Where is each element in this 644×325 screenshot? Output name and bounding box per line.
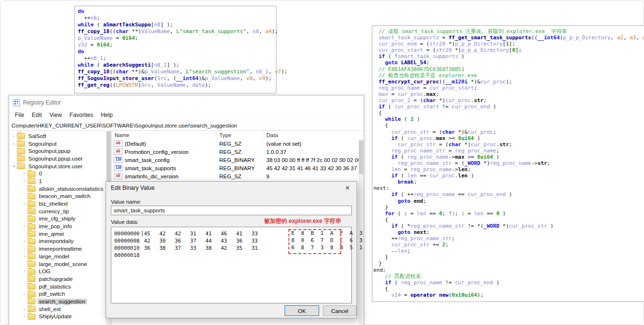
tree-item-pdf_switch[interactable]: ›pdf_switch [9, 290, 111, 298]
tree-item-large_model_scene[interactable]: large_model_scene [9, 260, 111, 268]
tree-item-currency_tip[interactable]: currency_tip [9, 208, 111, 215]
chevron-right-icon[interactable]: › [22, 307, 27, 312]
tree-item-ShiplyUpdate[interactable]: ›ShiplyUpdate [9, 313, 111, 321]
value-name-text: smart_task_supports [125, 165, 176, 171]
ok-button[interactable]: OK [285, 305, 319, 316]
code-line: end: [379, 267, 644, 273]
value-name-text: smart_task_config [125, 157, 169, 163]
hex-byte[interactable]: 31 [251, 245, 267, 251]
hex-byte[interactable]: 37 [190, 238, 205, 244]
chevron-right-icon[interactable]: › [11, 134, 16, 139]
values-scrollbar-thumb[interactable] [359, 140, 363, 174]
chevron-right-icon[interactable]: › [22, 239, 27, 244]
chevron-right-icon[interactable]: › [11, 141, 16, 146]
chevron-right-icon[interactable]: › [22, 254, 27, 259]
cancel-button[interactable]: Cancel [323, 305, 357, 316]
hex-byte[interactable]: 42 [144, 238, 159, 244]
value-row-Promotion_config_version[interactable]: abPromotion_config_versionREG_SZ1.0.0.37 [112, 148, 364, 156]
value-row-smart_task_config[interactable]: 110smart_task_configREG_BINARY38 03 00 0… [112, 156, 364, 164]
hex-byte[interactable]: 38 [159, 245, 175, 251]
column-header-type[interactable]: Type [216, 130, 263, 139]
hex-byte[interactable]: 42 [159, 231, 175, 237]
tree-item-label: ime_qimei [37, 231, 65, 237]
menu-item-help[interactable]: Help [97, 111, 117, 119]
tree-item-beacon_main_switch[interactable]: beacon_main_switch [9, 193, 111, 200]
folder-icon [17, 163, 25, 169]
hex-byte[interactable]: 43 [221, 238, 236, 244]
hex-byte[interactable]: 33 [251, 231, 267, 237]
tree-item-large_model[interactable]: ›large_model [9, 253, 111, 260]
tree-item-pdf_statistics[interactable]: pdf_statistics [9, 283, 111, 290]
tree-item-LOG[interactable]: ›LOG [9, 267, 111, 275]
chevron-right-icon[interactable]: › [22, 171, 27, 176]
tree-item-patchupgrade[interactable]: patchupgrade [9, 275, 111, 283]
chevron-right-icon[interactable]: › [22, 201, 27, 206]
value-name-cell: 110smart_task_config [112, 157, 216, 163]
code-line: if ( reg_proc_name->max >= 8ui64 ) [379, 154, 644, 160]
column-header-data[interactable]: Data [263, 130, 364, 139]
folder-icon [28, 239, 36, 244]
tree-item-0[interactable]: ›0 [9, 170, 111, 177]
hex-editor[interactable]: 000000004542423141464133E 8 B 1 A F A 30… [111, 227, 352, 303]
value-row-smartinfo_dic_version[interactable]: absmartinfo_dic_versionREG_SZ9 [112, 172, 364, 180]
tree-item-SogouInput[interactable]: ›SogouInput [9, 140, 111, 148]
tree-item-ime_cfg_shiply[interactable]: ime_cfg_shiply [9, 215, 111, 223]
folder-icon [28, 261, 36, 267]
code-line: v32 = 0i64; [78, 42, 276, 48]
hex-byte[interactable]: 42 [221, 245, 236, 251]
menu-item-view[interactable]: View [46, 111, 66, 119]
hex-byte[interactable]: 38 [205, 245, 221, 251]
menu-item-file[interactable]: File [11, 111, 28, 119]
hex-byte[interactable]: 41 [205, 231, 221, 237]
hex-byte[interactable]: 36 [144, 245, 159, 251]
chevron-right-icon[interactable]: › [22, 224, 27, 229]
value-row-smart_task_supports[interactable]: 110smart_task_supportsREG_BINARY45 42 42… [112, 164, 364, 172]
hex-byte[interactable]: 45 [144, 231, 159, 237]
tree-item-SogouInput.ppup[interactable]: SogouInput.ppup [9, 147, 111, 155]
tree-item-SogouInput.ppup.user[interactable]: SogouInput.ppup.user [9, 155, 111, 162]
tree-item-1[interactable]: ›1 [9, 177, 111, 185]
chevron-right-icon[interactable]: › [22, 269, 27, 274]
tree-item-biz_shellext[interactable]: ›biz_shellext [9, 200, 111, 208]
value-type-cell: REG_SZ [216, 149, 263, 155]
close-icon[interactable]: ✕ [340, 183, 355, 193]
tree-item-imereportdaily[interactable]: ›imereportdaily [9, 238, 111, 245]
hex-bytes: 3638373338423531 [144, 245, 267, 251]
tree-item-SogouInput.store.user[interactable]: ›SogouInput.store.user [9, 162, 111, 170]
value-name-input[interactable] [111, 206, 352, 215]
chevron-right-icon[interactable]: › [22, 179, 27, 184]
hex-byte[interactable]: 31 [190, 231, 205, 237]
title-bar[interactable]: Registry Editor [9, 95, 364, 110]
hex-byte[interactable]: 37 [175, 245, 190, 251]
address-input[interactable]: Computer\HKEY_CURRENT_USER\SOFTWARE\Sogo… [9, 122, 364, 129]
chevron-right-icon[interactable]: › [22, 246, 27, 251]
hex-byte[interactable]: 36 [175, 238, 190, 244]
tree-item-SalSoft[interactable]: ›SalSoft [9, 132, 111, 140]
hex-byte[interactable]: 44 [205, 238, 221, 244]
hex-byte[interactable]: 46 [221, 231, 236, 237]
menu-item-favorites[interactable]: Favorites [66, 111, 97, 119]
tree-item-search_suggestion[interactable]: search_suggestion [9, 298, 111, 305]
chevron-down-icon[interactable]: › [12, 163, 16, 169]
column-header-name[interactable]: Name [112, 130, 216, 139]
tree-item-imereportrealtime[interactable]: ›imereportrealtime [9, 245, 111, 253]
hex-byte[interactable]: 36 [236, 238, 251, 244]
code-line: if ( len == cur_proc.len ) [379, 173, 644, 179]
tree-item-label: 0 [37, 171, 43, 176]
tree-item-ime_pop_info[interactable]: ›ime_pop_info [9, 222, 111, 230]
hex-byte[interactable]: 35 [236, 245, 251, 251]
hex-byte[interactable]: 30 [159, 238, 175, 244]
hex-byte[interactable]: 42 [175, 231, 190, 237]
folder-icon [28, 194, 36, 199]
menu-item-edit[interactable]: Edit [28, 111, 46, 119]
chevron-right-icon[interactable]: › [22, 314, 27, 319]
hex-byte[interactable]: 41 [236, 231, 251, 237]
chevron-right-icon[interactable]: › [22, 291, 27, 296]
tree-item-allskin_statusiconstatistics[interactable]: allskin_statusiconstatistics [9, 185, 111, 193]
tree-item-shell_ext[interactable]: ›shell_ext [9, 305, 111, 313]
tree-item-ime_qimei[interactable]: ime_qimei [9, 230, 111, 238]
hex-byte[interactable]: 33 [251, 238, 267, 244]
dialog-title-bar[interactable]: Edit Binary Value [106, 182, 357, 194]
hex-byte[interactable]: 33 [190, 245, 205, 251]
value-row-(Default)[interactable]: ab(Default)REG_SZ(value not set) [112, 139, 364, 148]
